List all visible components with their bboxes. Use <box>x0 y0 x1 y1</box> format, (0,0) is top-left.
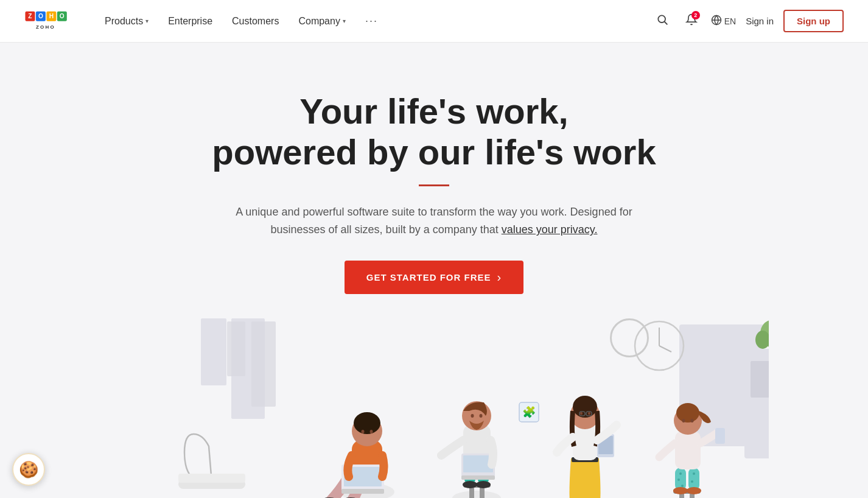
svg-point-64 <box>588 412 590 415</box>
svg-point-79 <box>687 487 701 494</box>
svg-rect-19 <box>751 361 769 398</box>
svg-text:O: O <box>60 13 65 19</box>
hero-title-line2: powered by our life's work <box>212 132 656 172</box>
svg-rect-40 <box>469 488 474 498</box>
cta-label: GET STARTED FOR FREE <box>366 272 491 282</box>
cta-arrow-icon: › <box>497 270 502 284</box>
svg-text:O: O <box>38 13 43 19</box>
svg-point-38 <box>452 491 501 498</box>
products-label: Products <box>105 16 143 27</box>
lang-label: EN <box>724 16 736 26</box>
svg-point-23 <box>755 331 769 349</box>
svg-point-73 <box>679 472 682 475</box>
svg-point-84 <box>691 419 694 423</box>
svg-text:ZOHO: ZOHO <box>36 24 55 30</box>
svg-point-45 <box>476 481 491 488</box>
svg-point-48 <box>471 414 474 418</box>
language-button[interactable]: EN <box>711 15 736 28</box>
nav-enterprise[interactable]: Enterprise <box>161 11 220 32</box>
nav-right: 2 EN Sign in Sign up <box>653 10 844 32</box>
svg-point-74 <box>677 479 680 481</box>
svg-point-32 <box>354 412 380 434</box>
signin-button[interactable]: Sign in <box>746 16 774 26</box>
svg-point-78 <box>673 487 688 494</box>
search-button[interactable] <box>653 10 672 32</box>
svg-text:🧩: 🧩 <box>522 405 536 419</box>
svg-rect-13 <box>227 321 245 376</box>
svg-rect-85 <box>715 428 725 444</box>
svg-rect-41 <box>480 488 485 498</box>
hero-subtitle: A unique and powerful software suite to … <box>221 203 647 239</box>
svg-point-9 <box>658 15 665 23</box>
notifications-button[interactable]: 2 <box>682 10 701 32</box>
cookie-banner[interactable]: 🍪 <box>12 453 45 486</box>
nav-customers[interactable]: Customers <box>225 11 286 32</box>
svg-rect-70 <box>690 494 695 498</box>
nav-links: Products ▾ Enterprise Customers Company … <box>97 10 653 32</box>
svg-rect-57 <box>573 425 597 460</box>
svg-point-83 <box>682 419 685 423</box>
svg-point-33 <box>362 430 365 433</box>
svg-point-77 <box>691 480 693 483</box>
svg-point-49 <box>480 414 483 418</box>
logo-area[interactable]: Z O H O ZOHO <box>24 6 73 37</box>
products-chevron-icon: ▾ <box>145 18 149 24</box>
people-illustration: 🧩 <box>99 312 769 498</box>
svg-rect-26 <box>178 474 245 483</box>
svg-point-82 <box>676 403 699 423</box>
hero-divider <box>419 184 449 186</box>
notif-badge: 2 <box>691 11 700 19</box>
svg-point-75 <box>681 485 684 487</box>
navbar: Z O H O ZOHO Products ▾ Enterprise Custo… <box>0 0 868 43</box>
svg-rect-51 <box>461 475 495 480</box>
svg-rect-80 <box>675 431 701 469</box>
customers-label: Customers <box>232 16 279 27</box>
company-label: Company <box>298 16 340 27</box>
signup-button[interactable]: Sign up <box>783 10 844 32</box>
globe-icon <box>711 15 722 28</box>
nav-products[interactable]: Products ▾ <box>97 11 156 32</box>
svg-text:Z: Z <box>28 13 32 19</box>
nav-company[interactable]: Company ▾ <box>291 11 352 32</box>
company-chevron-icon: ▾ <box>343 18 346 24</box>
svg-point-63 <box>580 412 583 415</box>
svg-rect-69 <box>679 494 684 498</box>
cookie-icon: 🍪 <box>19 460 38 479</box>
privacy-link[interactable]: values your privacy. <box>502 223 598 236</box>
svg-point-76 <box>693 472 695 475</box>
hero-illustration: 🧩 <box>24 312 844 498</box>
zoho-logo[interactable]: Z O H O ZOHO <box>24 6 73 37</box>
cta-button[interactable]: GET STARTED FOR FREE › <box>345 261 523 294</box>
svg-line-17 <box>659 346 671 352</box>
hero-section: Your life's work, powered by our life's … <box>0 43 868 498</box>
nav-more[interactable]: ··· <box>358 10 385 32</box>
hero-title: Your life's work, powered by our life's … <box>24 91 844 172</box>
svg-point-34 <box>370 430 373 433</box>
svg-line-10 <box>664 22 667 25</box>
svg-point-44 <box>463 481 477 488</box>
svg-rect-36 <box>341 489 384 494</box>
svg-text:H: H <box>49 13 54 19</box>
hero-title-line1: Your life's work, <box>299 91 568 131</box>
enterprise-label: Enterprise <box>168 16 212 27</box>
svg-rect-14 <box>251 321 276 407</box>
